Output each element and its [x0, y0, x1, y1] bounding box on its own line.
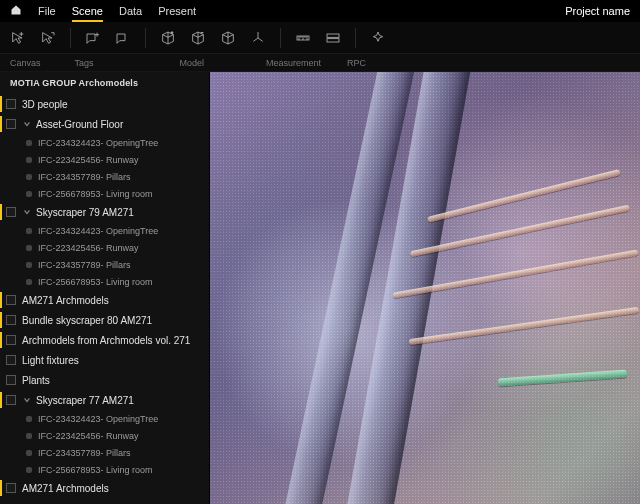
node-status-icon [26, 467, 32, 473]
menu-scene[interactable]: Scene [72, 5, 103, 17]
node-status-icon [26, 140, 32, 146]
visibility-checkbox[interactable] [6, 295, 16, 305]
tree-group-label: Light fixtures [22, 355, 79, 366]
tree-leaf-label: IFC-234357789- Pillars [38, 260, 131, 270]
tree-leaf[interactable]: IFC-256678953- Living room [0, 185, 209, 202]
tree-group-label: 3D people [22, 99, 68, 110]
tabstrip: Canvas Tags Model Measurement RPC [0, 54, 640, 72]
visibility-checkbox[interactable] [6, 395, 16, 405]
chevron-down-icon[interactable] [22, 119, 32, 129]
node-status-icon [26, 245, 32, 251]
app-root: File Scene Data Present Project name Can… [0, 0, 640, 504]
sidebar: MOTIA GROUP Archomodels 3D peopleAsset-G… [0, 72, 210, 504]
visibility-checkbox[interactable] [6, 483, 16, 493]
tree-leaf-label: IFC-256678953- Living room [38, 465, 153, 475]
tree-leaf-label: IFC-234324423- OpeningTree [38, 138, 158, 148]
tree-leaf[interactable]: IFC-234324423- OpeningTree [0, 410, 209, 427]
tree-group[interactable]: Bundle skyscraper 80 AM271 [0, 310, 209, 330]
tree-group[interactable]: Light fixtures [0, 350, 209, 370]
visibility-checkbox[interactable] [6, 119, 16, 129]
tree-group[interactable]: Asset-Ground Floor [0, 114, 209, 134]
tree-group[interactable]: 3D people [0, 94, 209, 114]
home-icon[interactable] [10, 4, 22, 18]
tree-leaf[interactable]: IFC-234357789- Pillars [0, 256, 209, 273]
tree-leaf[interactable]: IFC-234324423- OpeningTree [0, 222, 209, 239]
tree-leaf-label: IFC-234324423- OpeningTree [38, 226, 158, 236]
chevron-down-icon[interactable] [22, 395, 32, 405]
cube-plus-icon[interactable] [158, 28, 178, 48]
tree-leaf[interactable]: IFC-223425456- Runway [0, 239, 209, 256]
tree-group-label: Bundle skyscraper 80 AM271 [22, 315, 152, 326]
node-status-icon [26, 157, 32, 163]
tree-leaf[interactable]: IFC-223425456- Runway [0, 427, 209, 444]
tree-leaf-label: IFC-256678953- Living room [38, 189, 153, 199]
menu-data[interactable]: Data [119, 5, 142, 17]
tree-group[interactable]: Plants [0, 370, 209, 390]
svg-rect-1 [327, 34, 339, 37]
tree-leaf[interactable]: IFC-234357789- Pillars [0, 444, 209, 461]
tab-measurement[interactable]: Measurement [266, 58, 321, 68]
tree-group[interactable]: Skyscraper 79 AM271 [0, 202, 209, 222]
node-status-icon [26, 450, 32, 456]
project-name[interactable]: Project name [565, 5, 630, 17]
menu-present[interactable]: Present [158, 5, 196, 17]
tree-group-label: AM271 Archmodels [22, 295, 109, 306]
visibility-checkbox[interactable] [6, 207, 16, 217]
tree-group-label: Skyscraper 77 AM271 [36, 395, 134, 406]
body: MOTIA GROUP Archomodels 3D peopleAsset-G… [0, 72, 640, 504]
tree-leaf-label: IFC-234357789- Pillars [38, 448, 131, 458]
tab-tags[interactable]: Tags [75, 58, 94, 68]
cube-icon[interactable] [218, 28, 238, 48]
tree-leaf-label: IFC-256678953- Living room [38, 277, 153, 287]
tab-model[interactable]: Model [180, 58, 205, 68]
tree-leaf-label: IFC-234357789- Pillars [38, 172, 131, 182]
visibility-checkbox[interactable] [6, 355, 16, 365]
tag-plus-icon[interactable] [83, 28, 103, 48]
sparkle-icon[interactable] [368, 28, 388, 48]
tree-leaf-label: IFC-223425456- Runway [38, 431, 139, 441]
node-status-icon [26, 279, 32, 285]
scene-tree[interactable]: 3D peopleAsset-Ground FloorIFC-234324423… [0, 94, 209, 504]
axis-icon[interactable] [248, 28, 268, 48]
node-status-icon [26, 191, 32, 197]
tree-leaf-label: IFC-223425456- Runway [38, 155, 139, 165]
node-status-icon [26, 433, 32, 439]
sidebar-title: MOTIA GROUP Archomodels [0, 72, 209, 94]
tree-group-label: Asset-Ground Floor [36, 119, 123, 130]
tree-group[interactable]: AM271 Archmodels [0, 290, 209, 310]
ruler-icon[interactable] [293, 28, 313, 48]
tag-icon[interactable] [113, 28, 133, 48]
tree-leaf[interactable]: IFC-223425456- Runway [0, 151, 209, 168]
tree-group[interactable]: Skyscraper 77 AM271 [0, 390, 209, 410]
tree-leaf[interactable]: IFC-256678953- Living room [0, 273, 209, 290]
tree-leaf-label: IFC-234324423- OpeningTree [38, 414, 158, 424]
toolbar [0, 22, 640, 54]
cursor-branch-icon[interactable] [38, 28, 58, 48]
visibility-checkbox[interactable] [6, 335, 16, 345]
svg-rect-2 [327, 38, 339, 41]
visibility-checkbox[interactable] [6, 375, 16, 385]
tree-group[interactable]: AM271 Archmodels [0, 478, 209, 498]
tree-leaf-label: IFC-223425456- Runway [38, 243, 139, 253]
viewport-3d[interactable] [210, 72, 640, 504]
tree-group-label: Archmodels from Archmodels vol. 271 [22, 335, 190, 346]
node-status-icon [26, 416, 32, 422]
tree-group-label: Plants [22, 375, 50, 386]
cube-minus-icon[interactable] [188, 28, 208, 48]
tree-group-label: AM271 Archmodels [22, 483, 109, 494]
tree-leaf[interactable]: IFC-234357789- Pillars [0, 168, 209, 185]
chevron-down-icon[interactable] [22, 207, 32, 217]
tree-leaf[interactable]: IFC-234324423- OpeningTree [0, 134, 209, 151]
tree-leaf[interactable]: IFC-256678953- Living room [0, 461, 209, 478]
tree-group[interactable]: Archmodels from Archmodels vol. 271 [0, 330, 209, 350]
visibility-checkbox[interactable] [6, 99, 16, 109]
tab-rpc[interactable]: RPC [347, 58, 366, 68]
tab-canvas[interactable]: Canvas [10, 58, 41, 68]
ruler-stack-icon[interactable] [323, 28, 343, 48]
node-status-icon [26, 262, 32, 268]
cursor-plus-icon[interactable] [8, 28, 28, 48]
menu-file[interactable]: File [38, 5, 56, 17]
node-status-icon [26, 174, 32, 180]
tree-group-label: Skyscraper 79 AM271 [36, 207, 134, 218]
visibility-checkbox[interactable] [6, 315, 16, 325]
